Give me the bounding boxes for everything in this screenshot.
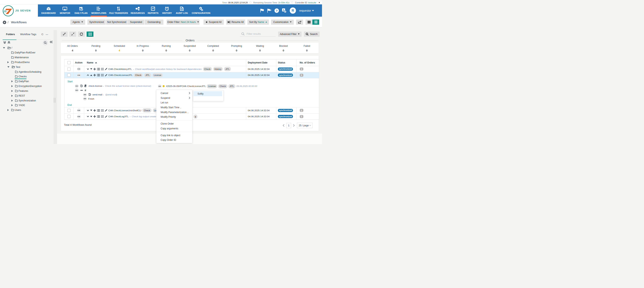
svg-text:?: ? [276,9,278,12]
svg-text:A: A [283,9,284,11]
svg-text:JS: JS [4,10,6,13]
